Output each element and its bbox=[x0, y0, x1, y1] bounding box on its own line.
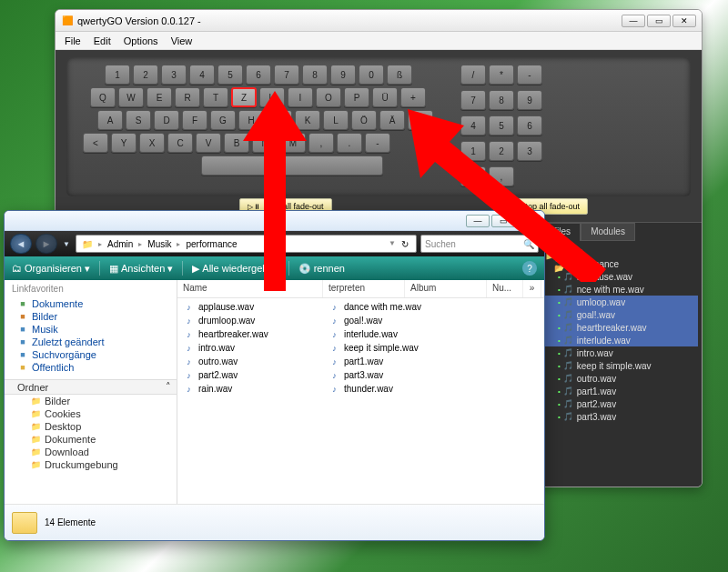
key-a[interactable]: A bbox=[97, 110, 123, 130]
menu-edit[interactable]: Edit bbox=[94, 35, 111, 46]
key-k[interactable]: K bbox=[295, 110, 320, 130]
tree-file-item[interactable]: •🎵keep it simple.wav bbox=[545, 359, 698, 372]
key-3[interactable]: 3 bbox=[517, 141, 542, 161]
key--[interactable]: - bbox=[365, 133, 390, 153]
key-u[interactable]: U bbox=[259, 87, 285, 107]
nav-folder-item[interactable]: 📁Bilder bbox=[12, 395, 177, 407]
key-ö[interactable]: Ö bbox=[351, 110, 377, 130]
nav-folder-item[interactable]: 📁Cookies bbox=[12, 407, 177, 420]
key-2[interactable]: 2 bbox=[133, 65, 158, 85]
file-item[interactable]: ♪part3.wav bbox=[323, 368, 469, 382]
key-y[interactable]: Y bbox=[111, 133, 136, 153]
key-9[interactable]: 9 bbox=[517, 90, 542, 110]
key-,[interactable]: , bbox=[489, 166, 514, 186]
file-item[interactable]: ♪heartbreaker.wav bbox=[177, 327, 323, 341]
file-item[interactable]: ♪intro.wav bbox=[177, 341, 323, 355]
file-item[interactable]: ♪drumloop.wav bbox=[177, 314, 323, 327]
key-f[interactable]: F bbox=[182, 110, 207, 130]
key-,[interactable]: , bbox=[308, 133, 334, 153]
key-z[interactable]: Z bbox=[231, 87, 257, 107]
key-w[interactable]: W bbox=[118, 87, 144, 107]
nav-fav-item[interactable]: ■Musik bbox=[5, 323, 177, 336]
file-item[interactable]: ♪keep it simple.wav bbox=[323, 341, 469, 355]
key-h[interactable]: H bbox=[238, 110, 264, 130]
breadcrumb[interactable]: 📁▸ Admin▸ Musik▸ performance ▼↻ bbox=[76, 235, 417, 253]
menu-options[interactable]: Options bbox=[124, 35, 158, 46]
file-item[interactable]: ♪rain.wav bbox=[177, 382, 323, 396]
nav-folders-header[interactable]: Ordner˄ bbox=[5, 379, 177, 395]
nav-folder-item[interactable]: 📁Desktop bbox=[12, 420, 177, 433]
key-#[interactable]: # bbox=[408, 110, 433, 130]
minimize-button[interactable]: — bbox=[622, 15, 645, 27]
tree-file-item[interactable]: •🎵heartbreaker.wav bbox=[545, 321, 698, 334]
key-d[interactable]: D bbox=[154, 110, 179, 130]
col-track[interactable]: Nu... bbox=[487, 280, 523, 297]
key-7[interactable]: 7 bbox=[274, 65, 299, 85]
key-7[interactable]: 7 bbox=[460, 90, 486, 110]
col-name[interactable]: Name bbox=[177, 280, 323, 297]
tree-file-item[interactable]: •🎵part1.wav bbox=[545, 385, 698, 397]
file-item[interactable]: ♪outro.wav bbox=[177, 355, 323, 368]
key-m[interactable]: M bbox=[280, 133, 306, 153]
help-icon[interactable]: ? bbox=[522, 261, 537, 276]
file-item[interactable]: ♪thunder.wav bbox=[323, 382, 469, 396]
key-1[interactable]: 1 bbox=[460, 141, 486, 161]
tree-file-item[interactable]: •🎵nce with me.wav bbox=[545, 283, 698, 296]
tb-burn[interactable]: 💿 rennen bbox=[298, 263, 345, 275]
key-o[interactable]: O bbox=[316, 87, 341, 107]
maximize-button[interactable]: ▭ bbox=[647, 15, 671, 27]
key-b[interactable]: B bbox=[224, 133, 249, 153]
file-item[interactable]: ♪part1.wav bbox=[323, 355, 469, 368]
key-6[interactable]: 6 bbox=[517, 115, 542, 135]
key-+[interactable]: + bbox=[400, 87, 426, 107]
key-6[interactable]: 6 bbox=[246, 65, 271, 85]
key-0[interactable]: 0 bbox=[460, 166, 486, 186]
nav-fav-item[interactable]: ■Bilder bbox=[5, 310, 177, 323]
col-more-button[interactable]: » bbox=[523, 280, 541, 297]
key-x[interactable]: X bbox=[139, 133, 165, 153]
key-4[interactable]: 4 bbox=[460, 115, 486, 135]
nav-folder-item[interactable]: 📁Dokumente bbox=[12, 433, 177, 446]
tab-modules[interactable]: Modules bbox=[581, 223, 635, 241]
tb-views[interactable]: ▦ Ansichten ▾ bbox=[109, 263, 173, 275]
key-5[interactable]: 5 bbox=[489, 115, 514, 135]
key-8[interactable]: 8 bbox=[302, 65, 328, 85]
key-e[interactable]: E bbox=[147, 87, 172, 107]
key-2[interactable]: 2 bbox=[489, 141, 514, 161]
key-s[interactable]: S bbox=[126, 110, 151, 130]
exp-maximize-button[interactable]: ▭ bbox=[491, 215, 515, 227]
tree-file-item[interactable]: •🎵intro.wav bbox=[545, 346, 698, 359]
key-5[interactable]: 5 bbox=[217, 65, 243, 85]
tab-files[interactable]: Files bbox=[541, 223, 581, 241]
key-i[interactable]: I bbox=[288, 87, 313, 107]
nav-back-button[interactable]: ◄ bbox=[10, 234, 32, 254]
key-9[interactable]: 9 bbox=[330, 65, 356, 85]
key-l[interactable]: L bbox=[323, 110, 349, 130]
key-.[interactable]: . bbox=[337, 133, 362, 153]
nav-folder-item[interactable]: 📁Download bbox=[12, 446, 177, 458]
file-item[interactable]: ♪goal!.wav bbox=[323, 314, 469, 327]
key-0[interactable]: 0 bbox=[359, 65, 384, 85]
key-c[interactable]: C bbox=[167, 133, 193, 153]
file-item[interactable]: ♪interlude.wav bbox=[323, 327, 469, 341]
key-/[interactable]: / bbox=[460, 65, 486, 85]
tb-organize[interactable]: 🗂 Organisieren ▾ bbox=[12, 263, 90, 275]
key-v[interactable]: V bbox=[196, 133, 221, 153]
nav-folder-item[interactable]: 📁Druckumgebung bbox=[12, 458, 177, 471]
menu-view[interactable]: View bbox=[171, 35, 193, 46]
tree-file-item[interactable]: •🎵goal!.wav bbox=[545, 308, 698, 321]
tree-file-item[interactable]: •🎵outro.wav bbox=[545, 372, 698, 385]
nav-fav-item[interactable]: ■Suchvorgänge bbox=[5, 348, 177, 361]
menu-file[interactable]: File bbox=[65, 35, 81, 46]
key-4[interactable]: 4 bbox=[189, 65, 215, 85]
exp-minimize-button[interactable]: — bbox=[466, 215, 490, 227]
key-3[interactable]: 3 bbox=[161, 65, 187, 85]
key-g[interactable]: G bbox=[210, 110, 236, 130]
nav-fav-item[interactable]: ■Dokumente bbox=[5, 297, 177, 310]
tree-file-item[interactable]: •🎵umloop.wav bbox=[545, 296, 698, 308]
key-1[interactable]: 1 bbox=[105, 65, 130, 85]
key-*[interactable]: * bbox=[489, 65, 514, 85]
nav-history-dropdown[interactable]: ▼ bbox=[61, 240, 72, 248]
exp-close-button[interactable]: ✕ bbox=[517, 215, 541, 227]
tree-file-item[interactable]: •🎵interlude.wav bbox=[545, 334, 698, 346]
